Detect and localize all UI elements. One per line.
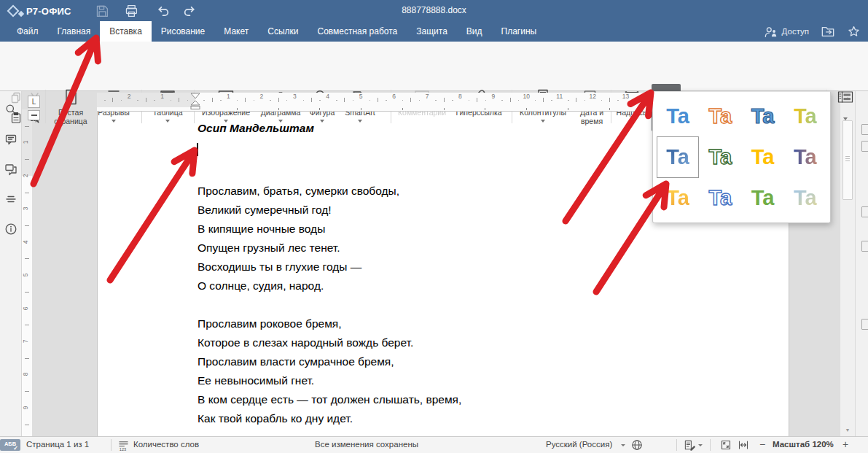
poem-line: Прославим роковое бремя, xyxy=(198,314,461,333)
tab-stop-selector[interactable]: L xyxy=(28,96,40,108)
table-settings-icon[interactable] xyxy=(861,141,868,152)
tab-protection[interactable]: Защита xyxy=(407,21,457,42)
textart-style-option[interactable]: Ta xyxy=(784,96,826,136)
poem-line: О солнце, судия, народ. xyxy=(198,276,399,295)
vertical-scrollbar[interactable]: ▲ ▼ xyxy=(840,91,855,436)
comments-panel-icon[interactable] xyxy=(4,133,17,146)
scroll-down-icon[interactable]: ▼ xyxy=(842,424,853,435)
zoom-out-button[interactable]: − xyxy=(759,438,765,450)
textart-style-option[interactable]: Ta xyxy=(742,136,784,177)
about-info-icon[interactable] xyxy=(4,222,17,236)
redo-icon[interactable] xyxy=(181,3,198,19)
share-access-button[interactable]: Доступ xyxy=(764,25,809,38)
access-label: Доступ xyxy=(782,27,809,36)
status-bar: Страница 1 из 1 123 Количество слов Все … xyxy=(0,436,868,453)
textart-settings-icon[interactable] xyxy=(861,319,868,330)
language-caret xyxy=(621,444,625,449)
fit-width-icon[interactable] xyxy=(738,439,749,451)
indent-markers[interactable] xyxy=(189,92,201,112)
poem-line: Восходишь ты в глухие годы — xyxy=(198,258,399,276)
zoom-in-button[interactable]: + xyxy=(842,438,848,450)
textart-style-option[interactable]: Ta xyxy=(699,178,741,219)
textart-style-option[interactable]: Ta xyxy=(742,96,784,136)
textart-style-option[interactable]: Ta xyxy=(657,178,699,219)
logo-text: Р7-ОФИС xyxy=(26,6,71,17)
tab-draw[interactable]: Рисование xyxy=(152,21,214,42)
open-file-location-icon[interactable] xyxy=(821,25,835,38)
indent-selector[interactable] xyxy=(28,110,40,120)
breaks-dropdown-caret xyxy=(112,120,116,125)
save-icon xyxy=(93,3,111,19)
table-dropdown-caret xyxy=(165,120,170,125)
textart-style-option[interactable]: Ta xyxy=(657,96,699,136)
tab-insert[interactable]: Вставка xyxy=(100,21,152,42)
textart-style-option-selected[interactable]: Ta xyxy=(657,136,699,177)
poem-line: Прославим власти сумрачное бремя, xyxy=(198,352,461,371)
left-sidebar xyxy=(0,91,22,436)
poem-line: Как твой корабль ко дну идет. xyxy=(198,409,461,428)
track-changes-icon[interactable] xyxy=(684,439,696,452)
chart-settings-icon[interactable] xyxy=(861,241,868,252)
poem-line: В кипящие ночные воды xyxy=(198,220,399,239)
textart-style-option[interactable]: Ta xyxy=(784,178,826,219)
favorite-star-icon[interactable] xyxy=(847,25,861,38)
textbox-dropdown-caret xyxy=(630,120,634,125)
poem-line: Опущен грузный лес тенет. xyxy=(198,239,399,258)
svg-text:123: 123 xyxy=(120,447,126,452)
navigation-panel-icon[interactable] xyxy=(4,193,17,206)
poem-line: Прославим, братья, сумерки свободы, xyxy=(198,182,399,201)
tab-collaboration[interactable]: Совместная работа xyxy=(308,21,407,42)
app-window: Р7-ОФИС 888778888.docx Файл Главная Вста… xyxy=(0,0,868,453)
textart-style-option[interactable]: Ta xyxy=(784,136,826,177)
chat-panel-icon[interactable] xyxy=(4,163,17,176)
ribbon-tabs: Файл Главная Вставка Рисование Макет Ссы… xyxy=(0,21,868,42)
zoom-level-label: Масштаб 120% xyxy=(773,440,834,449)
image-settings-icon[interactable] xyxy=(861,206,868,217)
logo-diamond-icon xyxy=(7,5,20,18)
textart-gallery-panel: Ta Ta Ta Ta Ta Ta Ta Ta Ta Ta Ta Ta xyxy=(652,91,831,223)
track-changes-caret xyxy=(698,444,703,449)
panels-icon xyxy=(836,87,855,107)
undo-icon[interactable] xyxy=(155,3,172,19)
paragraph-settings-icon[interactable] xyxy=(861,124,868,135)
text-cursor xyxy=(197,143,198,156)
insert-toolbar: Пустая страница Разрывы Таблица Изображе… xyxy=(0,42,868,91)
saved-status-label: Все изменения сохранены xyxy=(315,440,418,449)
document-language-icon[interactable] xyxy=(631,439,643,451)
poem-line: В ком сердце есть — тот должен слышать, … xyxy=(198,390,461,409)
blank-page-button[interactable]: Пустая страница xyxy=(48,84,93,131)
panels-button[interactable] xyxy=(831,84,860,131)
tab-home[interactable]: Главная xyxy=(48,21,101,42)
word-count-icon: 123 xyxy=(117,439,130,452)
textart-style-option[interactable]: Ta xyxy=(699,136,741,177)
tab-references[interactable]: Ссылки xyxy=(258,21,308,42)
image-dropdown-caret xyxy=(224,120,228,125)
copy-icon xyxy=(7,88,25,107)
textart-style-option[interactable]: Ta xyxy=(742,178,784,219)
tab-layout[interactable]: Макет xyxy=(214,21,258,42)
language-selector[interactable]: Русский (Россия) xyxy=(546,440,612,449)
spellcheck-toggle[interactable]: АБВ ✓ xyxy=(0,439,20,451)
logo-diamond-small-icon xyxy=(18,11,24,17)
tab-file[interactable]: Файл xyxy=(7,21,48,42)
headers-footers-dropdown-caret xyxy=(541,120,545,125)
tab-plugins[interactable]: Плагины xyxy=(492,21,547,42)
poem-line: Великий сумеречный год! xyxy=(198,201,399,220)
tab-view[interactable]: Вид xyxy=(457,21,492,42)
paste-icon[interactable] xyxy=(7,108,25,127)
fit-page-icon[interactable] xyxy=(720,439,732,451)
chart-dropdown-caret xyxy=(278,120,283,125)
document-title: 888778888.docx xyxy=(219,5,649,15)
vertical-ruler[interactable]: 123456789 xyxy=(22,109,32,436)
word-count-label[interactable]: Количество слов xyxy=(133,440,199,449)
smartart-dropdown-caret xyxy=(358,120,362,125)
stanza-2[interactable]: Прославим роковое бремя, Которое в слеза… xyxy=(198,314,461,428)
scrollbar-thumb[interactable] xyxy=(842,120,853,200)
stanza-1[interactable]: Прославим, братья, сумерки свободы, Вели… xyxy=(198,182,399,295)
page-count-label[interactable]: Страница 1 из 1 xyxy=(26,440,89,449)
print-icon[interactable] xyxy=(122,3,140,19)
title-bar: Р7-ОФИС 888778888.docx xyxy=(0,0,868,21)
textart-style-option[interactable]: Ta xyxy=(699,96,741,136)
panels-dropdown-caret xyxy=(843,117,848,123)
blank-page-label: Пустая страница xyxy=(48,109,93,125)
